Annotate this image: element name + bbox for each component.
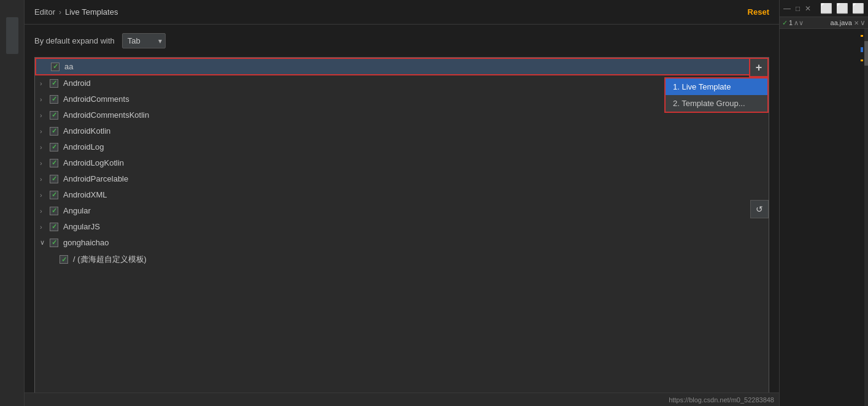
checkbox-androidcomments[interactable] bbox=[50, 95, 58, 104]
left-sidebar bbox=[0, 0, 25, 406]
list-item-androidcommentskotlin[interactable]: › AndroidCommentsKotlin bbox=[35, 107, 769, 123]
expand-arrow-androidparcelable[interactable]: › bbox=[40, 175, 50, 183]
breadcrumb-bar: Editor › Live Templates Reset bbox=[25, 0, 779, 25]
item-name-android: Android bbox=[63, 79, 764, 88]
expand-select-wrapper[interactable]: Tab Enter Space bbox=[122, 33, 166, 48]
list-item-androidkotlin[interactable]: › AndroidKotlin bbox=[35, 123, 769, 139]
right-panel: — □ ✕ ⬜ ⬜ ⬜ ✓ 1 ∧ ∨ aa.java ✕ ∨ bbox=[779, 0, 868, 406]
expand-arrow-androidcomments[interactable]: › bbox=[40, 96, 50, 103]
color-line-yellow2 bbox=[861, 59, 863, 61]
item-name-aa: aa bbox=[64, 62, 762, 71]
breadcrumb: Editor › Live Templates bbox=[34, 7, 118, 17]
tab-bar: ✓ 1 ∧ ∨ aa.java ✕ ∨ bbox=[780, 17, 868, 29]
expand-arrow-angularjs[interactable]: › bbox=[40, 223, 50, 231]
item-name-angularjs: AngularJS bbox=[63, 222, 764, 231]
expand-select[interactable]: Tab Enter Space bbox=[122, 33, 166, 48]
item-name-androidkotlin: AndroidKotlin bbox=[63, 126, 764, 136]
checkbox-androidkotlin[interactable] bbox=[50, 127, 58, 136]
dropdown-item-template-group-label: 2. Template Group... bbox=[673, 99, 745, 108]
minimize-icon[interactable]: — bbox=[783, 4, 791, 13]
main-panel: Editor › Live Templates Reset By default… bbox=[25, 0, 779, 406]
toolbar-icon-1[interactable]: ⬜ bbox=[820, 2, 832, 14]
checkbox-android[interactable] bbox=[50, 79, 58, 88]
checkbox-gonghaichao-sub[interactable] bbox=[60, 255, 68, 264]
toolbar-icon-3[interactable]: ⬜ bbox=[852, 2, 864, 14]
tab-label[interactable]: aa.java bbox=[831, 19, 852, 26]
breadcrumb-parent: Editor bbox=[34, 7, 55, 17]
checkbox-androidparcelable[interactable] bbox=[50, 175, 58, 183]
expand-arrow-androidlog[interactable]: › bbox=[40, 144, 50, 151]
status-bar: https://blog.csdn.net/m0_52283848 bbox=[25, 393, 779, 406]
list-item-androidxml[interactable]: › AndroidXML bbox=[35, 187, 769, 203]
item-name-androidparcelable: AndroidParcelable bbox=[63, 174, 764, 183]
expand-arrow-androidcommentskotlin[interactable]: › bbox=[40, 112, 50, 119]
badge-num: 1 bbox=[789, 19, 793, 26]
expand-arrow-androidlogkotlin[interactable]: › bbox=[40, 159, 50, 167]
checkbox-androidlog[interactable] bbox=[50, 143, 58, 151]
list-item-angular[interactable]: › Angular bbox=[35, 203, 769, 219]
right-editor bbox=[780, 29, 868, 406]
dropdown-item-template-group[interactable]: 2. Template Group... bbox=[666, 95, 767, 112]
list-item-android[interactable]: › Android bbox=[35, 75, 769, 91]
undo-button[interactable]: ↺ bbox=[750, 200, 769, 218]
nav-down-icon[interactable]: ∨ bbox=[799, 19, 804, 27]
expand-label: By default expand with bbox=[34, 36, 115, 45]
window-controls: — □ ✕ bbox=[783, 4, 811, 13]
breadcrumb-separator: › bbox=[59, 8, 61, 17]
checkbox-androidlogkotlin[interactable] bbox=[50, 159, 58, 167]
template-list[interactable]: aa › Android › AndroidComments › Android… bbox=[34, 57, 769, 396]
expand-arrow-gonghaichao[interactable]: ∨ bbox=[40, 239, 50, 247]
color-line-blue bbox=[861, 47, 863, 52]
close-icon[interactable]: ✕ bbox=[805, 4, 811, 13]
check-badge: ✓ bbox=[782, 19, 788, 27]
checkbox-angular[interactable] bbox=[50, 207, 58, 215]
toolbar-icons: ⬜ ⬜ ⬜ bbox=[820, 2, 864, 14]
reset-button[interactable]: Reset bbox=[748, 7, 769, 17]
list-item-androidlog[interactable]: › AndroidLog bbox=[35, 139, 769, 155]
dropdown-item-live-template[interactable]: 1. Live Template bbox=[666, 79, 767, 95]
window-controls-row: — □ ✕ ⬜ ⬜ ⬜ bbox=[780, 0, 868, 17]
item-name-androidlog: AndroidLog bbox=[63, 142, 764, 151]
right-scrollbar[interactable] bbox=[864, 29, 868, 406]
list-item-gonghaichao-sub[interactable]: / (龚海超自定义模板) bbox=[35, 251, 769, 269]
expand-arrow-androidkotlin[interactable]: › bbox=[40, 128, 50, 135]
item-name-androidcommentskotlin: AndroidCommentsKotlin bbox=[63, 110, 764, 120]
status-url: https://blog.csdn.net/m0_52283848 bbox=[669, 396, 774, 404]
checkbox-gonghaichao[interactable] bbox=[50, 239, 58, 247]
list-item-angularjs[interactable]: › AngularJS bbox=[35, 219, 769, 235]
list-item-gonghaichao[interactable]: ∨ gonghaichao bbox=[35, 235, 769, 251]
checkbox-androidcommentskotlin[interactable] bbox=[50, 111, 58, 120]
item-name-angular: Angular bbox=[63, 206, 764, 215]
checkbox-angularjs[interactable] bbox=[50, 223, 58, 231]
list-item-androidlogkotlin[interactable]: › AndroidLogKotlin bbox=[35, 155, 769, 171]
item-name-androidcomments: AndroidComments bbox=[63, 94, 764, 104]
expand-arrow-androidxml[interactable]: › bbox=[40, 191, 50, 199]
expand-arrow-android[interactable]: › bbox=[40, 80, 50, 87]
list-item-androidparcelable[interactable]: › AndroidParcelable bbox=[35, 171, 769, 187]
list-item-androidcomments[interactable]: › AndroidComments bbox=[35, 91, 769, 107]
color-line-yellow bbox=[861, 35, 863, 37]
add-dropdown: 1. Live Template 2. Template Group... bbox=[664, 77, 769, 113]
item-name-androidxml: AndroidXML bbox=[63, 190, 764, 199]
expand-arrow-angular[interactable]: › bbox=[40, 207, 50, 215]
breadcrumb-current: Live Templates bbox=[65, 7, 118, 17]
dropdown-item-live-template-label: 1. Live Template bbox=[673, 82, 731, 91]
nav-up-icon[interactable]: ∧ bbox=[794, 19, 799, 27]
scrollbar-thumb bbox=[864, 41, 868, 66]
tab-close-icon[interactable]: ✕ bbox=[854, 20, 859, 26]
toolbar-icon-2[interactable]: ⬜ bbox=[836, 2, 848, 14]
list-item[interactable]: aa bbox=[35, 58, 769, 75]
tab-arrow-icon[interactable]: ∨ bbox=[860, 18, 866, 27]
item-name-gonghaichao: gonghaichao bbox=[63, 238, 764, 247]
item-name-androidlogkotlin: AndroidLogKotlin bbox=[63, 158, 764, 167]
maximize-icon[interactable]: □ bbox=[796, 4, 800, 13]
item-name-gonghaichao-sub: / (龚海超自定义模板) bbox=[73, 254, 764, 265]
add-button[interactable]: + bbox=[749, 58, 769, 77]
checkbox-androidxml[interactable] bbox=[50, 191, 58, 199]
expand-row: By default expand with Tab Enter Space bbox=[25, 25, 779, 57]
checkbox-aa[interactable] bbox=[51, 63, 60, 71]
